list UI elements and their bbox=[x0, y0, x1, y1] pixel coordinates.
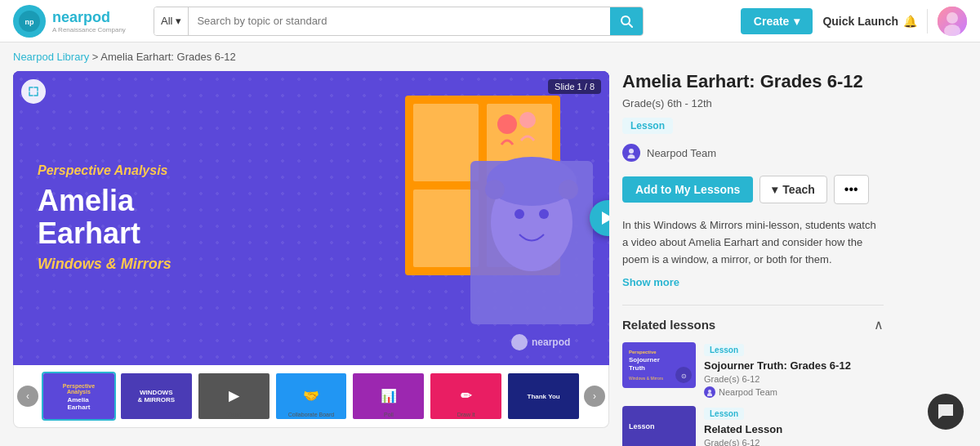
lesson-grade: Grade(s) 6th - 12th bbox=[622, 97, 884, 109]
lesson-title: Amelia Earhart: Grades 6-12 bbox=[622, 71, 884, 92]
svg-point-34 bbox=[708, 390, 711, 393]
slide-badge: Slide 1 / 8 bbox=[548, 79, 601, 94]
svg-point-17 bbox=[539, 209, 549, 219]
thumbnail-6-label: Draw It bbox=[430, 412, 501, 417]
svg-point-20 bbox=[559, 180, 578, 199]
breadcrumb-separator: > bbox=[92, 51, 101, 63]
window-illustration bbox=[356, 79, 601, 357]
svg-point-13 bbox=[519, 112, 536, 128]
author-name: Nearpod Team bbox=[647, 147, 716, 159]
lesson-badge: Lesson bbox=[622, 118, 673, 134]
slide-title: AmeliaEarhart bbox=[38, 185, 172, 249]
lesson-description: In this Windows & Mirrors mini-lesson, s… bbox=[622, 217, 884, 268]
related-name-1: Sojourner Truth: Grades 6-12 bbox=[704, 359, 884, 372]
more-options-button[interactable]: ••• bbox=[834, 175, 869, 204]
teach-button[interactable]: ▾ Teach bbox=[760, 176, 826, 203]
slide-container: Slide 1 / 8 Perspective Analysis AmeliaE… bbox=[13, 71, 609, 365]
right-panel: Amelia Earhart: Grades 6-12 Grade(s) 6th… bbox=[622, 71, 884, 446]
add-to-lessons-button[interactable]: Add to My Lessons bbox=[622, 176, 753, 203]
breadcrumb: Nearpod Library > Amelia Earhart: Grades… bbox=[0, 42, 980, 71]
breadcrumb-current: Amelia Earhart: Grades 6-12 bbox=[100, 51, 235, 63]
show-more-button[interactable]: Show more bbox=[622, 276, 884, 288]
thumbnail-2[interactable]: WINDOWS& MIRRORS bbox=[119, 372, 194, 421]
related-item-1: Perspective Sojourner Truth Windows & Mi… bbox=[622, 342, 884, 398]
chevron-down-icon: ▾ bbox=[176, 15, 181, 27]
search-filter-dropdown[interactable]: All ▾ bbox=[154, 7, 189, 35]
slide-tagline: Windows & Mirrors bbox=[38, 256, 172, 273]
draw-icon: ✏ bbox=[461, 388, 471, 404]
thumbnail-3[interactable]: ▶ Video bbox=[197, 372, 271, 421]
svg-point-19 bbox=[485, 180, 505, 199]
thumbnail-4[interactable]: 🤝 Collaborate Board bbox=[274, 372, 349, 421]
related-info-1: Lesson Sojourner Truth: Grades 6-12 Grad… bbox=[704, 342, 884, 398]
thumbnail-3-label: Video bbox=[198, 412, 270, 417]
related-header: Related lessons ∧ bbox=[622, 305, 884, 332]
related-author-icon-1 bbox=[704, 386, 715, 398]
thumbnail-6[interactable]: ✏ Draw It bbox=[429, 372, 503, 421]
related-badge-2: Lesson bbox=[704, 408, 744, 420]
main-content: Slide 1 / 8 Perspective Analysis AmeliaE… bbox=[0, 71, 898, 446]
related-title: Related lessons bbox=[622, 318, 715, 332]
logo-sub: A Renaissance Company bbox=[52, 26, 126, 33]
svg-text:Windows & Mirrors: Windows & Mirrors bbox=[629, 376, 663, 381]
related-item-2: Lesson Lesson Related Lesson Grade(s) 6-… bbox=[622, 406, 884, 446]
svg-point-21 bbox=[511, 334, 528, 350]
svg-text:Perspective: Perspective bbox=[629, 350, 657, 355]
related-grade-2: Grade(s) 6-12 bbox=[704, 438, 884, 446]
quick-launch-button[interactable]: Quick Launch 🔔 bbox=[822, 15, 917, 28]
related-thumb-1[interactable]: Perspective Sojourner Truth Windows & Mi… bbox=[622, 342, 696, 388]
logo-area: np nearpod A Renaissance Company bbox=[13, 5, 144, 38]
action-row: Add to My Lessons ▾ Teach ••• bbox=[622, 175, 884, 204]
library-link[interactable]: Nearpod Library bbox=[13, 51, 89, 63]
related-collapse-button[interactable]: ∧ bbox=[874, 317, 884, 332]
search-input[interactable] bbox=[189, 15, 610, 27]
related-badge-1: Lesson bbox=[704, 344, 744, 356]
svg-text:Sojourner: Sojourner bbox=[629, 356, 660, 363]
svg-point-24 bbox=[629, 149, 634, 154]
svg-point-16 bbox=[514, 209, 524, 219]
related-info-2: Lesson Related Lesson Grade(s) 6-12 bbox=[704, 406, 884, 446]
related-grade-1: Grade(s) 6-12 bbox=[704, 374, 884, 384]
slide-text-area: Perspective Analysis AmeliaEarhart Windo… bbox=[13, 131, 196, 306]
search-button[interactable] bbox=[610, 7, 643, 35]
thumbnail-5-label: Poll bbox=[353, 412, 424, 417]
create-button[interactable]: Create ▾ bbox=[741, 8, 813, 34]
thumbnail-4-label: Collaborate Board bbox=[276, 412, 347, 417]
thumbnail-prev-button[interactable]: ‹ bbox=[17, 386, 38, 407]
chevron-down-icon: ▾ bbox=[794, 15, 800, 28]
slide-logo: nearpod bbox=[511, 332, 593, 352]
svg-point-5 bbox=[947, 12, 958, 24]
left-panel: Slide 1 / 8 Perspective Analysis AmeliaE… bbox=[13, 71, 609, 446]
header: np nearpod A Renaissance Company All ▾ C… bbox=[0, 0, 980, 42]
logo-icon: np bbox=[13, 5, 46, 38]
avatar[interactable] bbox=[938, 7, 967, 36]
author-icon bbox=[622, 144, 640, 162]
svg-text:Truth: Truth bbox=[629, 364, 645, 372]
search-area: All ▾ bbox=[154, 7, 644, 36]
expand-button[interactable] bbox=[21, 79, 46, 104]
video-icon: ▶ bbox=[229, 388, 238, 404]
svg-line-3 bbox=[629, 24, 632, 27]
svg-rect-8 bbox=[413, 104, 479, 181]
logo-text: nearpod bbox=[52, 9, 126, 26]
related-thumb-2[interactable]: Lesson bbox=[622, 406, 696, 446]
bell-icon: 🔔 bbox=[903, 15, 917, 28]
collaborate-icon: 🤝 bbox=[303, 388, 319, 404]
thumbnail-1[interactable]: PerspectiveAnalysis AmeliaEarhart bbox=[42, 372, 116, 421]
thumbnail-next-button[interactable]: › bbox=[584, 386, 605, 407]
chat-fab-button[interactable] bbox=[928, 394, 964, 430]
svg-rect-10 bbox=[413, 190, 479, 267]
slide-background: Perspective Analysis AmeliaEarhart Windo… bbox=[13, 71, 609, 365]
thumbnail-7[interactable]: Thank You bbox=[506, 372, 581, 421]
chevron-down-icon: ▾ bbox=[772, 183, 777, 196]
svg-text:⊙: ⊙ bbox=[681, 372, 687, 380]
slide-image: Perspective Analysis AmeliaEarhart Windo… bbox=[13, 71, 609, 365]
svg-text:nearpod: nearpod bbox=[532, 337, 570, 348]
header-right: Create ▾ Quick Launch 🔔 bbox=[741, 7, 967, 36]
divider bbox=[927, 9, 928, 33]
svg-text:Lesson: Lesson bbox=[629, 422, 655, 430]
related-author-1: Nearpod Team bbox=[704, 386, 884, 398]
author-row: Nearpod Team bbox=[622, 144, 884, 162]
thumbnail-5[interactable]: 📊 Poll bbox=[351, 372, 425, 421]
thumbnail-strip: ‹ PerspectiveAnalysis AmeliaEarhart WIND… bbox=[13, 365, 609, 428]
